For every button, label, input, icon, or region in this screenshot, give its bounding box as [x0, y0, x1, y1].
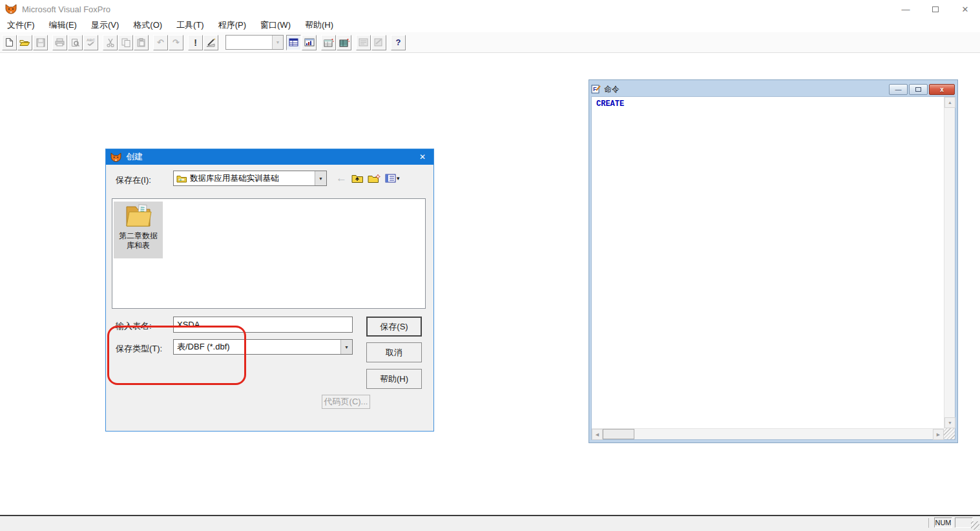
- menu-help[interactable]: 帮助(H): [298, 18, 340, 32]
- print-button[interactable]: [52, 35, 67, 50]
- run-button[interactable]: !: [188, 35, 203, 50]
- copy-button[interactable]: [118, 35, 133, 50]
- menu-tools[interactable]: 工具(T): [169, 18, 211, 32]
- app-titlebar: Microsoft Visual FoxPro — ✕: [0, 0, 980, 18]
- new-folder-icon[interactable]: [368, 174, 381, 183]
- statusbar-empty-panel: [955, 517, 973, 528]
- command-minimize-button[interactable]: —: [889, 84, 908, 95]
- form-designer-button[interactable]: [302, 35, 317, 50]
- create-dialog-title: 创建: [126, 151, 143, 163]
- save-in-label: 保存在(I):: [116, 174, 151, 186]
- command-window-icon: F: [591, 85, 601, 94]
- view-menu-icon[interactable]: ▾: [385, 174, 400, 183]
- minimize-button[interactable]: —: [891, 0, 921, 18]
- save-type-dropdown-icon[interactable]: ▼: [340, 340, 352, 354]
- print-preview-icon: [71, 38, 79, 47]
- scroll-down-icon[interactable]: ▼: [944, 417, 955, 428]
- menu-format[interactable]: 格式(O): [126, 18, 169, 32]
- folder-item[interactable]: 第二章数据库和表: [114, 202, 163, 258]
- create-dialog[interactable]: 创建 ✕ 保存在(I): 数据库应用基础实训基础 ▼ ←: [105, 149, 434, 432]
- save-button-toolbar[interactable]: [33, 35, 48, 50]
- file-list[interactable]: 第二章数据库和表: [112, 198, 426, 309]
- autoform-button[interactable]: [356, 35, 371, 50]
- menu-view[interactable]: 显示(V): [84, 18, 126, 32]
- spell-check-button[interactable]: ABC: [83, 35, 98, 50]
- command-window-title: 命令: [604, 84, 620, 95]
- undo-button[interactable]: ↶: [153, 35, 168, 50]
- command-window[interactable]: F 命令 — x CREATE ▲ ▼ ◀ ▶: [589, 79, 958, 443]
- print-preview-button[interactable]: [68, 35, 83, 50]
- create-dialog-titlebar[interactable]: 创建 ✕: [106, 149, 433, 165]
- cut-button[interactable]: [103, 35, 118, 50]
- help-button-toolbar[interactable]: ?: [391, 35, 406, 50]
- close-button[interactable]: ✕: [950, 0, 980, 18]
- up-one-level-icon[interactable]: [351, 174, 364, 183]
- run-exclamation-icon: !: [194, 37, 197, 48]
- save-button[interactable]: 保存(S): [366, 317, 422, 337]
- menu-window[interactable]: 窗口(W): [253, 18, 298, 32]
- command-text[interactable]: CREATE: [596, 99, 624, 109]
- maximize-button[interactable]: [921, 0, 950, 18]
- num-lock-indicator: NUM: [934, 517, 952, 528]
- dialog-close-button[interactable]: ✕: [412, 149, 433, 165]
- open-button[interactable]: [17, 35, 32, 50]
- table-name-input[interactable]: XSDA: [173, 317, 353, 333]
- save-type-select[interactable]: 表/DBF (*.dbf) ▼: [173, 339, 353, 355]
- app-title: Microsoft Visual FoxPro: [22, 5, 110, 14]
- browse-window-button[interactable]: [286, 35, 301, 50]
- cancel-button[interactable]: 取消: [366, 342, 422, 362]
- command-vertical-scrollbar[interactable]: ▲ ▼: [944, 97, 955, 428]
- command-maximize-button[interactable]: [909, 84, 928, 95]
- autoform-disabled-icon: [359, 38, 368, 47]
- database-designer-icon: [324, 38, 334, 47]
- command-window-content[interactable]: CREATE ▲ ▼ ◀ ▶: [591, 96, 955, 440]
- menu-bar: 文件(F) 编辑(E) 显示(V) 格式(O) 工具(T) 程序(P) 窗口(W…: [0, 18, 980, 32]
- undo-icon: ↶: [157, 37, 164, 47]
- status-bar: NUM: [0, 516, 980, 531]
- autoreport-disabled-icon: [374, 38, 384, 47]
- back-icon: ←: [336, 172, 347, 185]
- modify-form-button[interactable]: [203, 35, 218, 50]
- standard-toolbar: ABC ↶ ↷ !: [0, 32, 980, 53]
- codepage-button[interactable]: 代码页(C)...: [322, 395, 370, 409]
- table-designer-button[interactable]: [337, 35, 351, 50]
- view-menu-caret-icon: ▾: [397, 175, 400, 182]
- scroll-right-icon[interactable]: ▶: [933, 429, 944, 440]
- printer-icon: [55, 38, 65, 47]
- command-horizontal-scrollbar[interactable]: ◀ ▶: [592, 428, 944, 439]
- table-name-value: XSDA: [177, 320, 200, 329]
- resize-grip[interactable]: [944, 428, 955, 439]
- menu-file[interactable]: 文件(F): [0, 18, 42, 32]
- redo-button[interactable]: ↷: [169, 35, 183, 50]
- spell-check-icon: ABC: [84, 38, 98, 47]
- foxpro-logo-icon: [5, 4, 17, 14]
- new-document-icon: [5, 37, 14, 47]
- paste-button[interactable]: [134, 35, 149, 50]
- folder-icon: [123, 202, 154, 230]
- folder-item-label: 第二章数据库和表: [116, 231, 160, 251]
- open-folder-icon: [19, 38, 30, 47]
- help-button[interactable]: 帮助(H): [366, 369, 422, 389]
- menu-program[interactable]: 程序(P): [211, 18, 253, 32]
- save-in-value: 数据库应用基础实训基础: [190, 173, 315, 184]
- table-name-label: 输入表名:: [116, 320, 152, 332]
- database-combobox[interactable]: ▼: [225, 35, 284, 50]
- help-question-icon: ?: [396, 37, 401, 47]
- save-in-combobox[interactable]: 数据库应用基础实训基础 ▼: [173, 171, 327, 186]
- svg-text:F: F: [593, 86, 597, 92]
- autoreport-button[interactable]: [371, 35, 386, 50]
- command-close-button[interactable]: x: [929, 84, 955, 95]
- cut-scissors-icon: [107, 38, 114, 47]
- combobox-dropdown-icon[interactable]: ▼: [272, 36, 283, 49]
- scroll-left-icon[interactable]: ◀: [592, 429, 603, 440]
- new-button[interactable]: [2, 35, 17, 50]
- scroll-up-icon[interactable]: ▲: [944, 97, 955, 108]
- horizontal-scroll-thumb[interactable]: [603, 429, 634, 439]
- database-designer-button[interactable]: [321, 35, 336, 50]
- save-floppy-icon: [36, 38, 45, 47]
- foxpro-dialog-icon: [110, 152, 121, 162]
- save-in-dropdown-icon[interactable]: ▼: [315, 171, 326, 185]
- command-window-titlebar[interactable]: F 命令 — x: [591, 82, 955, 96]
- statusbar-resize-grip[interactable]: [971, 521, 979, 530]
- menu-edit[interactable]: 编辑(E): [42, 18, 84, 32]
